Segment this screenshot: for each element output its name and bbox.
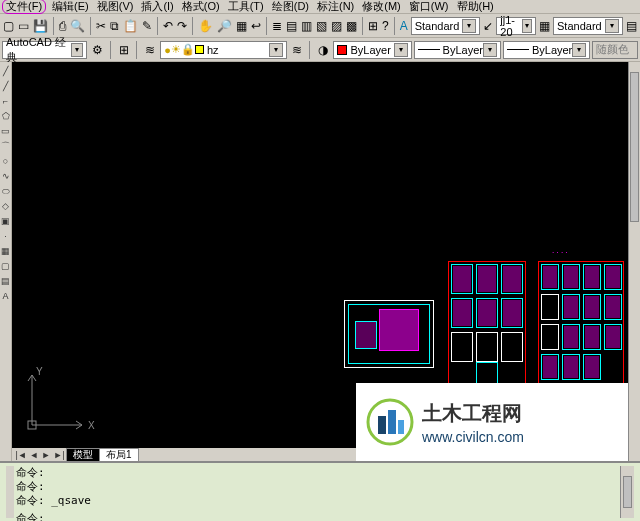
text-icon[interactable]: A — [1, 289, 11, 303]
open-icon[interactable]: ▭ — [17, 17, 30, 35]
separator — [192, 17, 193, 35]
mlstyle-icon[interactable]: ▤ — [625, 17, 638, 35]
cmd-grip[interactable] — [6, 466, 14, 518]
layers-toolbar: AutoCAD 经典 ▾ ⚙ ⊞ ≋ ● ☀ 🔒 hz ▾ ≋ ◑ ByLaye… — [0, 38, 640, 62]
command-input[interactable] — [45, 513, 620, 522]
menu-file[interactable]: 文件(F) — [2, 0, 46, 14]
layermgr-icon[interactable]: ≋ — [142, 41, 158, 59]
preview-icon[interactable]: 🔍 — [69, 17, 86, 35]
layer-dropdown[interactable]: ● ☀ 🔒 hz ▾ — [160, 41, 287, 59]
menu-window[interactable]: 窗口(W) — [407, 0, 451, 13]
sheet-group-2 — [538, 261, 624, 391]
publish-icon[interactable]: ⊞ — [116, 41, 132, 59]
save-icon[interactable]: 💾 — [32, 17, 49, 35]
chevron-down-icon: ▾ — [605, 19, 619, 33]
plot-icon[interactable]: ⎙ — [58, 17, 67, 35]
zoomprev-icon[interactable]: ↩ — [250, 17, 262, 35]
menu-modify[interactable]: 修改(M) — [360, 0, 403, 13]
menu-help[interactable]: 帮助(H) — [455, 0, 496, 13]
dimstyle-icon[interactable]: A — [399, 17, 409, 35]
toolpalette-icon[interactable]: ▥ — [300, 17, 313, 35]
tab-nav-next-icon[interactable]: ► — [40, 448, 52, 462]
help-icon[interactable]: ? — [381, 17, 390, 35]
command-panel: 命令: 命令: 命令: _qsave 命令: — [0, 461, 640, 521]
linetype-dropdown[interactable]: ByLayer ▾ — [414, 41, 501, 59]
drawing-canvas[interactable]: · · · · Y X 土木工程网 www.civilcn.com — [12, 62, 628, 461]
zoom-icon[interactable]: 🔎 — [216, 17, 233, 35]
floorplan-thumbnail — [344, 300, 434, 368]
tab-layout1[interactable]: 布局1 — [99, 448, 139, 461]
insert-icon[interactable]: ◇ — [1, 199, 11, 213]
circle-icon[interactable]: ○ — [1, 154, 11, 168]
xline-icon[interactable]: ╱ — [1, 79, 11, 93]
table-icon[interactable]: ▤ — [1, 274, 11, 288]
menu-format[interactable]: 格式(O) — [180, 0, 222, 13]
scatter-marks: · · · · — [552, 248, 568, 257]
tablestyle-icon[interactable]: ▦ — [538, 17, 551, 35]
designctr-icon[interactable]: ▤ — [285, 17, 298, 35]
wssettings-icon[interactable]: ⚙ — [89, 41, 105, 59]
copy-icon[interactable]: ⧉ — [109, 17, 120, 35]
watermark-url: www.civilcn.com — [422, 429, 524, 445]
calc-icon[interactable]: ▩ — [345, 17, 358, 35]
undo-icon[interactable]: ↶ — [162, 17, 174, 35]
layer-name: hz — [207, 44, 219, 56]
match-icon[interactable]: ✎ — [141, 17, 153, 35]
chevron-down-icon: ▾ — [522, 19, 532, 33]
plotstyle-dropdown[interactable]: 随颜色 — [592, 41, 638, 59]
lineweight-dropdown[interactable]: ByLayer ▾ — [503, 41, 590, 59]
tablestyle-dropdown[interactable]: Standard ▾ — [553, 17, 623, 35]
dimstyle-dropdown[interactable]: Standard ▾ — [411, 17, 481, 35]
separator — [90, 17, 91, 35]
redo-icon[interactable]: ↷ — [176, 17, 188, 35]
workspace-dropdown[interactable]: AutoCAD 经典 ▾ — [2, 41, 87, 59]
layertools-icon[interactable]: ≋ — [289, 41, 305, 59]
sheetset-icon[interactable]: ▧ — [315, 17, 328, 35]
menu-tools[interactable]: 工具(T) — [226, 0, 266, 13]
menu-dimension[interactable]: 标注(N) — [315, 0, 356, 13]
tab-model[interactable]: 模型 — [66, 448, 100, 461]
markup-icon[interactable]: ▨ — [330, 17, 343, 35]
properties-icon[interactable]: ≣ — [271, 17, 283, 35]
lineweight-label: ByLayer — [532, 44, 572, 56]
menu-insert[interactable]: 插入(I) — [139, 0, 175, 13]
colorwheel-icon[interactable]: ◑ — [315, 41, 331, 59]
rect-icon[interactable]: ▭ — [1, 124, 11, 138]
dimstyle2-icon[interactable]: ↙ — [482, 17, 494, 35]
watermark: 土木工程网 www.civilcn.com — [356, 383, 628, 461]
region-icon[interactable]: ▢ — [1, 259, 11, 273]
zoomwin-icon[interactable]: ▦ — [235, 17, 248, 35]
separator — [309, 41, 311, 59]
new-icon[interactable]: ▢ — [2, 17, 15, 35]
plotstyle-label: 随颜色 — [596, 42, 629, 57]
color-dropdown[interactable]: ByLayer ▾ — [333, 41, 411, 59]
vertical-scrollbar[interactable] — [628, 62, 640, 461]
tab-nav-last-icon[interactable]: ►| — [52, 448, 66, 462]
menu-view[interactable]: 视图(V) — [95, 0, 136, 13]
hatch-icon[interactable]: ▦ — [1, 244, 11, 258]
menu-edit[interactable]: 编辑(E) — [50, 0, 91, 13]
cmd-scrollbar[interactable] — [620, 466, 634, 518]
cut-icon[interactable]: ✂ — [95, 17, 107, 35]
dimstyle2-dropdown[interactable]: jj1-20 ▾ — [496, 17, 536, 35]
ellipse-icon[interactable]: ⬭ — [1, 184, 11, 198]
point-icon[interactable]: · — [1, 229, 11, 243]
pline-icon[interactable]: ⌐ — [1, 94, 11, 108]
paste-icon[interactable]: 📋 — [122, 17, 139, 35]
menu-draw[interactable]: 绘图(D) — [270, 0, 311, 13]
arc-icon[interactable]: ⌒ — [1, 139, 11, 153]
chevron-down-icon: ▾ — [394, 43, 408, 57]
tab-nav-first-icon[interactable]: |◄ — [14, 448, 28, 462]
extra1-icon[interactable]: ⊞ — [367, 17, 379, 35]
block-icon[interactable]: ▣ — [1, 214, 11, 228]
polygon-icon[interactable]: ⬠ — [1, 109, 11, 123]
cmd-scroll-thumb[interactable] — [623, 476, 632, 508]
pan-icon[interactable]: ✋ — [197, 17, 214, 35]
scrollbar-thumb[interactable] — [630, 72, 639, 222]
lineweight-swatch — [507, 49, 529, 50]
spline-icon[interactable]: ∿ — [1, 169, 11, 183]
main-area: ╱ ╱ ⌐ ⬠ ▭ ⌒ ○ ∿ ⬭ ◇ ▣ · ▦ ▢ ▤ A — [0, 62, 640, 461]
tab-nav-prev-icon[interactable]: ◄ — [28, 448, 40, 462]
line-icon[interactable]: ╱ — [1, 64, 11, 78]
cmd-history-line: 命令: — [16, 480, 620, 494]
